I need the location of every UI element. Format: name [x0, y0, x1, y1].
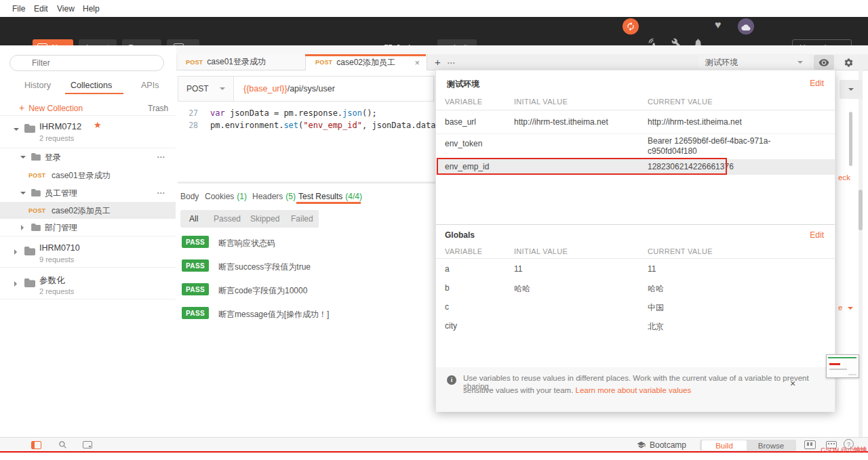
tab-case01[interactable]: POST case01登录成功 [178, 54, 306, 70]
menu-view[interactable]: View [57, 4, 75, 14]
request-name: case01登录成功 [52, 170, 111, 182]
response-tab-body[interactable]: Body [180, 192, 199, 201]
gear-icon [844, 58, 854, 68]
global-row-a: a 11 11 [436, 259, 835, 278]
chevron-right-icon[interactable] [21, 225, 24, 230]
folder-icon [24, 247, 35, 255]
main-top-gap [176, 45, 868, 54]
new-collection-button[interactable]: +New Collection [19, 102, 83, 113]
test-result-row: PASS 断言code字段值为10000 [180, 283, 431, 295]
tab-more-options-icon[interactable]: ••• [448, 60, 456, 65]
environment-edit-link[interactable]: Edit [810, 79, 824, 88]
filter-failed[interactable]: Failed [291, 214, 313, 224]
trash-button[interactable]: Trash [148, 104, 168, 113]
line-number: 28 [178, 121, 198, 130]
info-text-line2: sensitive values with your team. Learn m… [463, 386, 691, 394]
watermark: CSDN @小蛐蛐 [821, 446, 867, 455]
menu-help[interactable]: Help [83, 4, 100, 14]
request-case02-selected[interactable]: POST case02添加员工 [0, 202, 176, 219]
console-icon[interactable] [83, 441, 92, 448]
filter-skipped[interactable]: Skipped [250, 214, 279, 224]
chevron-down-icon[interactable] [20, 156, 26, 159]
code-line: var jsonData = pm.response.json(); [210, 108, 377, 118]
snippet-link-fragment[interactable]: eck [838, 173, 850, 182]
method-dropdown[interactable]: POST [178, 77, 234, 101]
tab-history[interactable]: History [24, 81, 51, 90]
more-options-icon[interactable]: ••• [157, 190, 165, 195]
graduation-cap-icon[interactable] [636, 440, 646, 449]
globals-edit-link[interactable]: Edit [810, 230, 824, 240]
tab-title: case02添加员工 [336, 57, 395, 68]
folder-icon [31, 189, 41, 196]
tab-apis[interactable]: APIs [141, 81, 159, 90]
folder-employee[interactable]: 员工管理 ••• [0, 185, 176, 202]
chevron-down-icon [220, 87, 225, 90]
response-tab-cookies[interactable]: Cookies(1) [205, 192, 247, 201]
chevron-down-icon[interactable] [14, 128, 19, 131]
build-toggle-button[interactable]: Build [702, 440, 747, 451]
menu-file[interactable]: File [12, 4, 25, 14]
star-icon[interactable]: ★ [94, 120, 102, 130]
folder-icon [31, 224, 41, 231]
menu-edit[interactable]: Edit [34, 4, 48, 14]
request-case01[interactable]: POST case01登录成功 [0, 167, 176, 184]
response-tab-headers[interactable]: Headers(5) [252, 192, 296, 201]
browse-toggle-button[interactable]: Browse [749, 440, 793, 451]
heart-icon[interactable]: ♥ [715, 19, 722, 31]
chevron-right-icon[interactable] [14, 281, 17, 287]
collection-meta: 2 requests [39, 287, 74, 295]
folder-login[interactable]: 登录 ••• [0, 148, 176, 166]
scrollbar-thumb[interactable] [859, 190, 863, 230]
collection-ihrm0710[interactable]: IHRM0710 9 requests [0, 238, 176, 267]
close-icon[interactable]: × [790, 378, 795, 389]
collection-params[interactable]: 参数化 2 requests [0, 270, 176, 299]
cloud-icon [741, 23, 751, 30]
variable-row-env-token: env_token Bearer 12659b6f-de6f-4bac-971a… [436, 133, 835, 159]
save-response-fragment[interactable]: e [838, 304, 842, 312]
response-tab-test-results[interactable]: Test Results(4/4) [298, 192, 362, 201]
sync-button[interactable] [623, 18, 639, 35]
close-icon[interactable]: × [414, 58, 420, 68]
globals-title: Globals [445, 230, 475, 240]
method-label: POST [28, 172, 45, 179]
chevron-right-icon[interactable] [14, 249, 17, 255]
folder-icon [24, 124, 35, 133]
new-tab-button[interactable]: + [435, 56, 441, 68]
scrollbar-track[interactable] [859, 70, 863, 437]
request-name: case02添加员工 [52, 205, 111, 217]
learn-more-link[interactable]: Learn more about variable values [576, 386, 692, 394]
app-menubar: File Edit View Help [0, 0, 868, 17]
more-options-icon[interactable]: ••• [157, 154, 165, 159]
two-pane-view-icon[interactable] [804, 440, 816, 449]
url-variable: {{base_url}} [243, 84, 288, 93]
filter-passed[interactable]: Passed [214, 214, 241, 224]
chevron-down-icon[interactable] [20, 192, 26, 194]
search-icon[interactable] [58, 440, 67, 449]
sidebar-toggle-icon[interactable] [31, 441, 41, 449]
tests-code-editor[interactable]: 27 28 var jsonData = pm.response.json();… [178, 102, 435, 180]
plus-icon: + [19, 102, 24, 113]
filter-input[interactable] [9, 55, 164, 71]
scrollbar-thumb[interactable] [849, 112, 852, 166]
global-row-c: c 中国 [436, 297, 835, 316]
url-field[interactable]: {{base_url}}/api/sys/user [243, 84, 335, 93]
active-response-tab-underline [296, 202, 361, 204]
test-result-filter: All Passed Skipped Failed [180, 210, 319, 228]
folder-department[interactable]: 部门管理 [0, 219, 176, 236]
collection-ihrm0712[interactable]: IHRM0712 ★ 2 requests [0, 117, 176, 148]
filter-all[interactable]: All [189, 214, 198, 224]
code-line: pm.environment.set("env_emp_id", jsonDat… [210, 121, 460, 130]
settings-button[interactable] [838, 55, 859, 70]
environment-panel-title: 测试环境 [447, 79, 479, 90]
bootcamp-button[interactable]: Bootcamp [650, 440, 686, 450]
tab-collections[interactable]: Collections [71, 81, 112, 90]
environment-quick-look-button[interactable] [814, 55, 834, 70]
tab-case02-active[interactable]: POST case02添加员工 × [305, 54, 427, 70]
collapsed-dropdown-button[interactable] [840, 80, 863, 99]
environment-selector-value: 测试环境 [705, 57, 738, 68]
annotation-red-box [437, 158, 727, 175]
test-result-text: 断言响应状态码 [218, 238, 275, 249]
avatar[interactable] [738, 18, 754, 35]
folder-name: 部门管理 [45, 222, 77, 234]
environment-selector[interactable]: 测试环境 [698, 55, 810, 70]
